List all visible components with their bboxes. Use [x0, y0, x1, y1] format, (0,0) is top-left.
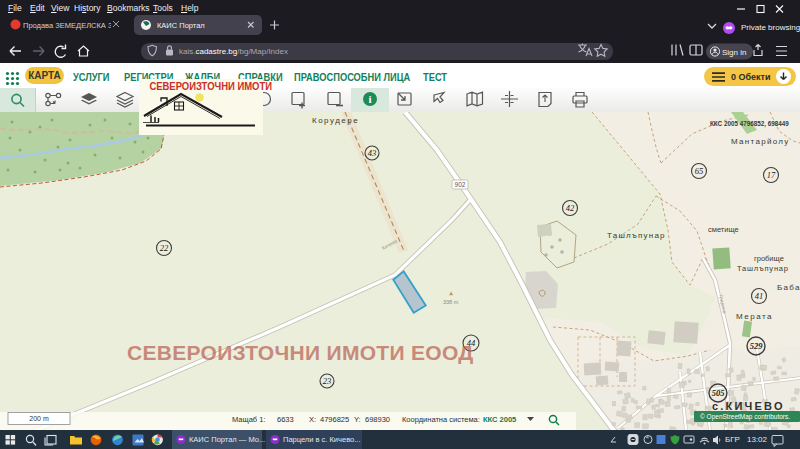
svg-text:Мерата: Мерата	[736, 312, 773, 321]
svg-text:СЕВЕРОИЗТОЧНИ ИМОТИ ЕООД: СЕВЕРОИЗТОЧНИ ИМОТИ ЕООД	[127, 341, 474, 364]
svg-text:с.КИЧЕВО: с.КИЧЕВО	[712, 400, 785, 412]
svg-text:сметище: сметище	[708, 225, 739, 234]
svg-text:529: 529	[750, 341, 764, 351]
svg-text:Ташлъпунар: Ташлъпунар	[607, 231, 666, 240]
svg-text:41: 41	[755, 291, 764, 301]
svg-text:65: 65	[695, 166, 704, 176]
svg-text:17: 17	[767, 170, 776, 180]
svg-text:902: 902	[455, 181, 466, 188]
svg-text:Корудере: Корудере	[312, 116, 359, 125]
svg-text:Ташлъпунар: Ташлъпунар	[737, 264, 789, 273]
svg-text:Мантарйолу: Мантарйолу	[731, 137, 790, 146]
svg-text:© OpenStreetMap contributors: © OpenStreetMap contributors.	[700, 413, 790, 421]
svg-text:гробище: гробище	[754, 254, 784, 263]
svg-text:X:: X:	[309, 415, 316, 424]
svg-text:Sign in: Sign in	[722, 48, 746, 57]
svg-text:ККС 2005 4796852, 698449: ККС 2005 4796852, 698449	[710, 120, 789, 128]
svg-text:338 m: 338 m	[443, 299, 459, 305]
svg-text:43: 43	[368, 148, 377, 158]
svg-text:22: 22	[160, 243, 169, 253]
svg-text:505: 505	[712, 388, 726, 398]
svg-text:23: 23	[323, 376, 332, 386]
svg-text:Бабак: Бабак	[777, 283, 800, 292]
svg-text:Координатна система:: Координатна система:	[402, 415, 480, 424]
svg-text:42: 42	[566, 203, 575, 213]
svg-text:4796825: 4796825	[320, 415, 349, 424]
svg-text:698930: 698930	[365, 415, 390, 424]
svg-text:200 m: 200 m	[29, 415, 49, 422]
svg-text:Мащаб 1:: Мащаб 1:	[232, 415, 265, 424]
svg-text:6633: 6633	[277, 415, 294, 424]
svg-text:Y:: Y:	[354, 415, 361, 424]
svg-text:i: i	[368, 93, 371, 105]
svg-text:ККС 2005: ККС 2005	[483, 415, 516, 424]
